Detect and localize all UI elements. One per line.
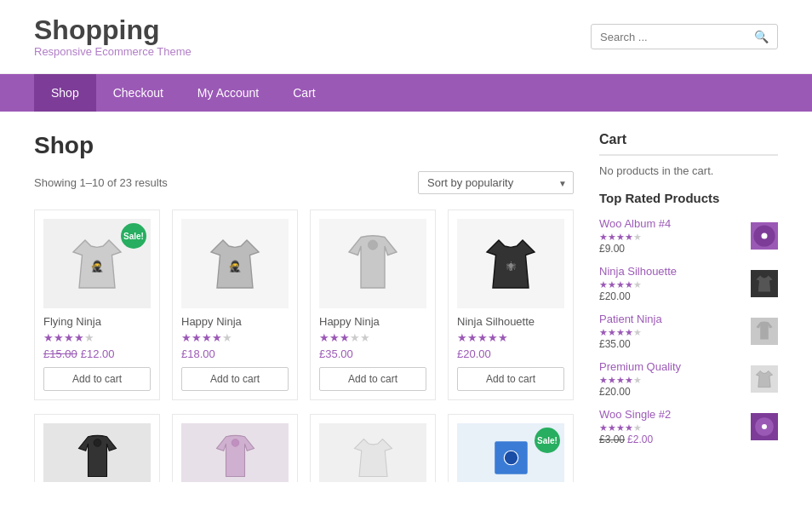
search-icon: 🔍 [754,30,769,43]
svg-point-17 [762,424,767,429]
sidebar: Cart No products in the cart. Top Rated … [599,132,778,482]
svg-text:🕷: 🕷 [506,261,516,272]
svg-point-8 [232,439,239,446]
nav-item-shop[interactable]: Shop [34,74,96,112]
product-stars: ★★★★★ [43,331,151,344]
rated-item: Ninja Silhouette ★★★★★ £20.00 [599,265,778,302]
add-to-cart-button[interactable]: Add to cart [181,367,289,391]
rated-stars: ★★★★★ [599,232,744,243]
product-tshirt-icon: 🥷 [205,234,265,294]
product-image: 🥷 [181,219,289,308]
showing-text: Showing 1–10 of 23 results [34,176,168,189]
rated-thumb [751,318,778,345]
product-white-tshirt-icon [350,434,397,481]
product-dark-tshirt-icon: 🕷 [481,234,540,294]
product-dark-hoodie-icon [74,434,121,481]
rated-stars: ★★★★★ [599,327,744,338]
product-hoodie-icon [343,234,403,294]
main-nav: Shop Checkout My Account Cart [0,74,812,112]
product-stars: ★★★★★ [457,331,564,344]
product-card: Sale! [448,414,574,482]
nav-item-checkout[interactable]: Checkout [96,74,180,112]
product-name: Happy Ninja [319,315,426,328]
rated-price: £20.00 [599,290,744,302]
product-grid-row2: Sale! [34,414,574,482]
shop-content: Shop Showing 1–10 of 23 results Sort by … [34,132,574,482]
product-price: £15.00£12.00 [43,347,151,360]
product-name: Ninja Silhouette [457,315,564,328]
product-card [34,414,160,482]
cart-title: Cart [599,132,778,156]
rated-info: Patient Ninja ★★★★★ £35.00 [599,313,744,350]
product-tshirt-icon: 🥷 [67,234,127,294]
rated-price: £3.00£2.00 [599,433,744,445]
rated-item: Woo Album #4 ★★★★★ £9.00 [599,217,778,255]
svg-marker-9 [354,439,392,476]
search-box: 🔍 [591,24,778,49]
product-name: Flying Ninja [43,315,151,328]
rated-name[interactable]: Woo Single #2 [599,408,744,421]
rated-info: Woo Album #4 ★★★★★ £9.00 [599,217,744,255]
cart-empty-text: No products in the cart. [599,164,778,177]
main-layout: Shop Showing 1–10 of 23 results Sort by … [0,112,812,502]
rated-name[interactable]: Woo Album #4 [599,217,744,230]
svg-marker-15 [756,371,772,388]
product-price: £35.00 [319,347,426,360]
product-light-hoodie-icon [212,434,259,481]
header: Shopping Responsive Ecommerce Theme 🔍 [0,0,812,74]
logo-subtitle: Responsive Ecommerce Theme [34,45,192,58]
product-card: 🕷 Ninja Silhouette ★★★★★ £20.00 Add to c… [448,210,574,400]
sale-badge: Sale! [535,428,560,453]
svg-point-4 [368,240,377,250]
product-card: 🥷 Sale! Flying Ninja ★★★★★ £15.00£12.00 … [34,210,160,400]
rated-price: £35.00 [599,338,744,350]
product-album-icon [488,434,535,481]
rated-price: £9.00 [599,243,744,255]
nav-item-myaccount[interactable]: My Account [180,74,276,112]
logo-title: Shopping [34,15,192,45]
add-to-cart-button[interactable]: Add to cart [457,367,564,391]
product-name: Happy Ninja [181,315,289,328]
sort-select[interactable]: Sort by popularity Sort by average ratin… [418,171,574,194]
rated-thumb [751,413,778,440]
product-grid: 🥷 Sale! Flying Ninja ★★★★★ £15.00£12.00 … [34,210,574,400]
svg-point-13 [762,233,768,239]
product-image: 🕷 [457,219,564,308]
rated-info: Premium Quality ★★★★★ £20.00 [599,360,744,398]
product-card: 🥷 Happy Ninja ★★★★★ £18.00 Add to cart [172,210,298,400]
hoodie-thumb-icon [754,321,775,342]
add-to-cart-button[interactable]: Add to cart [319,367,426,391]
product-image: 🥷 Sale! [43,219,151,308]
rated-stars: ★★★★★ [599,422,744,433]
cart-widget: Cart No products in the cart. [599,132,778,177]
rated-stars: ★★★★★ [599,279,744,290]
product-stars: ★★★★★ [319,331,426,344]
add-to-cart-button[interactable]: Add to cart [43,367,151,391]
rated-name[interactable]: Patient Ninja [599,313,744,325]
product-card [172,414,298,482]
rated-name[interactable]: Ninja Silhouette [599,265,744,278]
rated-info: Woo Single #2 ★★★★★ £3.00£2.00 [599,408,744,445]
rated-stars: ★★★★★ [599,375,744,386]
product-image [319,219,426,308]
page-title: Shop [34,132,574,159]
svg-point-7 [94,439,101,446]
svg-text:🥷: 🥷 [228,260,242,273]
product-price: £20.00 [457,347,564,360]
rated-thumb [751,222,778,250]
rated-thumb [751,270,778,297]
logo: Shopping Responsive Ecommerce Theme [34,15,192,58]
top-rated-title: Top Rated Products [599,191,778,205]
product-card: Happy Ninja ★★★★★ £35.00 Add to cart [310,210,436,400]
rated-name[interactable]: Premium Quality [599,360,744,373]
search-input[interactable] [600,31,754,43]
album-thumb-icon [752,224,776,248]
shop-controls: Showing 1–10 of 23 results Sort by popul… [34,171,574,194]
tshirt-thumb-icon [754,273,775,294]
product-price: £18.00 [181,347,289,360]
nav-item-cart[interactable]: Cart [276,74,332,112]
svg-marker-14 [756,276,772,292]
single-thumb-icon [754,416,775,437]
quality-thumb-icon [754,369,775,389]
product-image [319,423,426,482]
